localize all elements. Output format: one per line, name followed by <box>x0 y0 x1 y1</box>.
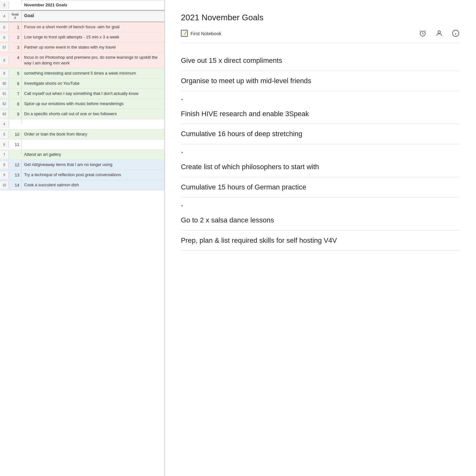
goal-text <box>22 140 164 149</box>
goal-number: 13 <box>9 170 22 179</box>
person-icon[interactable] <box>435 29 444 38</box>
col-goal-header: Goal <box>22 11 164 22</box>
table-row: 9 13 Try a technique of reflection post … <box>0 170 164 180</box>
row-number: 57 <box>0 44 9 51</box>
table-row: 6 11 <box>0 140 164 150</box>
spreadsheet-title: November 2021 Goals <box>22 0 164 10</box>
toolbar-icons <box>418 29 460 38</box>
goal-number: 6 <box>9 79 22 88</box>
note-item: Organise to meet up with mid-level frien… <box>181 71 460 91</box>
row-number: 3 <box>0 1 9 9</box>
table-row: 5 1 Focus on a short month of bench focu… <box>0 22 164 32</box>
note-divider <box>181 250 460 251</box>
notes-title: 2021 November Goals <box>181 13 460 23</box>
goal-text: Partner up some event in the states with… <box>22 43 164 52</box>
goal-text: Focus on a short month of bench focus -a… <box>22 22 164 32</box>
row-number: 7 <box>0 151 9 158</box>
row-number: 63 <box>0 110 9 118</box>
goal-number: 12 <box>9 160 22 169</box>
table-row: 60 6 Investigate shorts on YouTube <box>0 79 164 89</box>
goal-number: 4 <box>9 53 22 62</box>
notebook-label: 📝 First Notebook <box>181 30 221 37</box>
goal-number <box>9 119 22 124</box>
goal-text: Low lunge to front split attempts - 15 m… <box>22 32 164 42</box>
table-row: 9 5 something interesting and comment 5 … <box>0 69 164 79</box>
row-number: 4 <box>0 12 9 20</box>
goal-number: 11 <box>9 140 22 149</box>
goal-text: focus in on Photoshop and premiere pro, … <box>22 53 164 68</box>
goal-number: 5 <box>9 69 22 78</box>
col-goal-num-header: Goal # <box>9 11 22 22</box>
row-number: 4 <box>0 121 9 128</box>
goal-number: 1 <box>9 22 22 31</box>
table-row: 7 Attend an art gallery <box>0 150 164 160</box>
goal-number: 14 <box>9 180 22 189</box>
table-row: 61 7 Call myself out when I say somethin… <box>0 89 164 99</box>
table-row: 62 8 Spice up our emotions with music be… <box>0 99 164 109</box>
note-item: Create list of which philosophers to sta… <box>181 157 460 177</box>
table-row: 5 10 Order or loan the book from library <box>0 129 164 140</box>
notebook-name: First Notebook <box>190 31 221 36</box>
notes-content: Give out 15 x direct compliments Organis… <box>181 51 460 251</box>
goal-text: Spice up our emotions with music before … <box>22 99 164 109</box>
note-item: Give out 15 x direct compliments <box>181 51 460 71</box>
note-item: Cumulative 15 hours of German practice <box>181 177 460 197</box>
goal-text: something interesting and comment 5 time… <box>22 69 164 78</box>
note-item: Finish HIVE research and enable 3Speak <box>181 104 460 124</box>
note-dot: . <box>181 91 460 104</box>
table-row: 6 2 Low lunge to front split attempts - … <box>0 32 164 43</box>
goal-number: 2 <box>9 32 22 42</box>
row-number: 8 <box>0 161 9 169</box>
goal-text: Order or loan the book from library <box>22 129 164 139</box>
goal-number: 8 <box>9 99 22 108</box>
goal-number: 10 <box>9 129 22 139</box>
info-icon[interactable] <box>451 29 460 38</box>
row-number: 61 <box>0 90 9 97</box>
goal-text <box>22 119 164 129</box>
note-item: Prep, plan & list required skills for se… <box>181 231 460 251</box>
row-number: 9 <box>0 171 9 179</box>
goal-number: 9 <box>9 109 22 118</box>
table-row: 63 9 Do a specific shorts call out of on… <box>0 109 164 119</box>
table-row: 8 12 Get rid/giveaway items that I am no… <box>0 160 164 170</box>
goal-text: Call myself out when I say something tha… <box>22 89 164 99</box>
table-row: 10 14 Cook a succulent salmon dish <box>0 180 164 190</box>
goal-text: Investigate shorts on YouTube <box>22 79 164 89</box>
spreadsheet-panel: 3 November 2021 Goals 4 Goal # Goal 5 1 … <box>0 0 165 476</box>
note-item-deep-stretching: Cumulative 16 hours of deep stretching <box>181 124 460 144</box>
notes-toolbar: 📝 First Notebook <box>181 29 460 43</box>
alarm-icon[interactable] <box>418 29 427 38</box>
goal-number: 7 <box>9 89 22 98</box>
goal-number <box>9 150 22 154</box>
note-dot: . <box>181 198 460 210</box>
notes-panel: 2021 November Goals 📝 First Notebook <box>165 0 476 476</box>
table-row: 8 4 focus in on Photoshop and premiere p… <box>0 53 164 68</box>
goal-text: Get rid/giveaway items that I am no long… <box>22 160 164 170</box>
goal-number: 3 <box>9 43 22 52</box>
goal-text: Do a specific shorts call out of one or … <box>22 109 164 119</box>
row-number: 60 <box>0 80 9 87</box>
row-number: 62 <box>0 100 9 108</box>
row-number: 6 <box>0 34 9 41</box>
note-dot: . <box>181 144 460 157</box>
table-row: 4 <box>0 119 164 129</box>
row-number: 5 <box>0 131 9 138</box>
row-number: 8 <box>0 56 9 64</box>
col-num-cell <box>9 0 22 4</box>
goal-text: Attend an art gallery <box>22 150 164 160</box>
svg-point-1 <box>438 31 440 33</box>
row-number: 6 <box>0 141 9 148</box>
row-number: 9 <box>0 69 9 77</box>
table-row: 57 3 Partner up some event in the states… <box>0 43 164 53</box>
goal-text: Cook a succulent salmon dish <box>22 180 164 190</box>
row-number: 10 <box>0 182 9 189</box>
notebook-icon: 📝 <box>181 30 188 37</box>
row-number: 5 <box>0 23 9 31</box>
note-item: Go to 2 x salsa dance lessons <box>181 210 460 230</box>
goal-text: Try a technique of reflection post great… <box>22 170 164 180</box>
